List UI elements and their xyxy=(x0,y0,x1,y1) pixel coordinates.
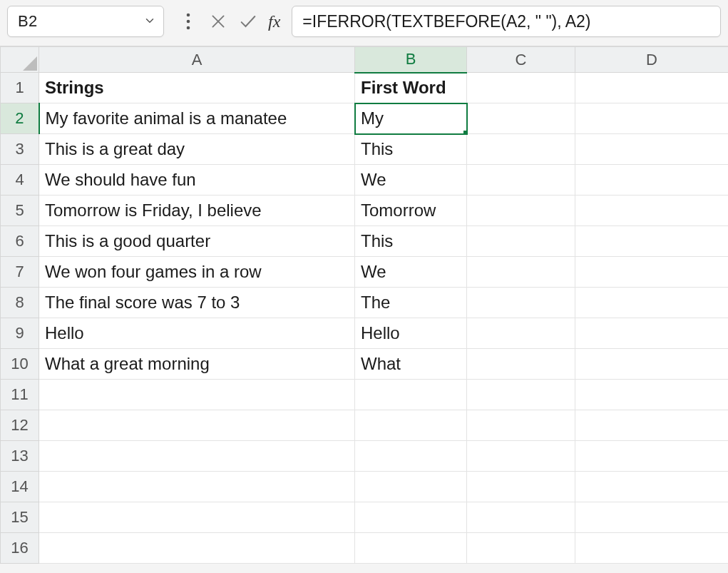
row-header-1[interactable]: 1 xyxy=(1,73,39,103)
row-header-7[interactable]: 7 xyxy=(1,257,39,288)
cell-C13[interactable] xyxy=(467,441,575,472)
column-header-C[interactable]: C xyxy=(467,47,575,73)
cell-C7[interactable] xyxy=(467,257,575,288)
cell-D6[interactable] xyxy=(575,226,729,257)
cell-D10[interactable] xyxy=(575,349,729,380)
cell-D3[interactable] xyxy=(575,134,729,165)
name-box-value: B2 xyxy=(18,12,143,31)
cell-D9[interactable] xyxy=(575,318,729,349)
cell-D5[interactable] xyxy=(575,196,729,226)
column-header-B[interactable]: B xyxy=(355,47,467,73)
cell-D1[interactable] xyxy=(575,73,729,103)
cell-B10[interactable]: What xyxy=(355,349,467,380)
cell-A16[interactable] xyxy=(39,533,355,564)
cell-A13[interactable] xyxy=(39,441,355,472)
cell-B16[interactable] xyxy=(355,533,467,564)
cell-A3[interactable]: This is a great day xyxy=(39,134,355,165)
cell-D11[interactable] xyxy=(575,380,729,410)
cell-B5[interactable]: Tomorrow xyxy=(355,196,467,226)
row-header-14[interactable]: 14 xyxy=(1,472,39,502)
spreadsheet-grid[interactable]: ABCD 1StringsFirst Word2My favorite anim… xyxy=(0,46,728,564)
row-header-9[interactable]: 9 xyxy=(1,318,39,349)
cell-B15[interactable] xyxy=(355,502,467,533)
cell-D2[interactable] xyxy=(575,103,729,134)
formula-text: =IFERROR(TEXTBEFORE(A2, " "), A2) xyxy=(302,12,590,31)
cell-B1[interactable]: First Word xyxy=(355,73,467,103)
cell-A1[interactable]: Strings xyxy=(39,73,355,103)
cell-B14[interactable] xyxy=(355,472,467,502)
cell-D15[interactable] xyxy=(575,502,729,533)
formula-input[interactable]: =IFERROR(TEXTBEFORE(A2, " "), A2) xyxy=(292,6,721,37)
more-options-icon[interactable] xyxy=(177,6,200,37)
cell-A7[interactable]: We won four games in a row xyxy=(39,257,355,288)
cell-C9[interactable] xyxy=(467,318,575,349)
fill-handle[interactable] xyxy=(463,130,467,134)
cell-D7[interactable] xyxy=(575,257,729,288)
cell-A5[interactable]: Tomorrow is Friday, I believe xyxy=(39,196,355,226)
cell-C3[interactable] xyxy=(467,134,575,165)
row-header-5[interactable]: 5 xyxy=(1,196,39,226)
name-box[interactable]: B2 xyxy=(7,6,164,37)
cell-D4[interactable] xyxy=(575,165,729,196)
cell-B4[interactable]: We xyxy=(355,165,467,196)
cell-C12[interactable] xyxy=(467,410,575,441)
row-header-16[interactable]: 16 xyxy=(1,533,39,564)
cell-C10[interactable] xyxy=(467,349,575,380)
row-header-13[interactable]: 13 xyxy=(1,441,39,472)
cell-C6[interactable] xyxy=(467,226,575,257)
cell-C11[interactable] xyxy=(467,380,575,410)
cell-A11[interactable] xyxy=(39,380,355,410)
row-header-8[interactable]: 8 xyxy=(1,288,39,318)
cancel-icon[interactable] xyxy=(207,6,230,37)
svg-point-1 xyxy=(187,20,190,24)
column-header-D[interactable]: D xyxy=(575,47,729,73)
formula-bar: B2 fx =IFERROR(TEXTBEFORE(A2, " "), A2) xyxy=(0,0,728,46)
cell-B6[interactable]: This xyxy=(355,226,467,257)
cell-D12[interactable] xyxy=(575,410,729,441)
cell-A14[interactable] xyxy=(39,472,355,502)
cell-D13[interactable] xyxy=(575,441,729,472)
row-header-4[interactable]: 4 xyxy=(1,165,39,196)
cell-A10[interactable]: What a great morning xyxy=(39,349,355,380)
cell-C8[interactable] xyxy=(467,288,575,318)
cell-A12[interactable] xyxy=(39,410,355,441)
cell-D8[interactable] xyxy=(575,288,729,318)
row-header-2[interactable]: 2 xyxy=(1,103,39,134)
cell-C5[interactable] xyxy=(467,196,575,226)
cell-C15[interactable] xyxy=(467,502,575,533)
cell-B12[interactable] xyxy=(355,410,467,441)
cell-A2[interactable]: My favorite animal is a manatee xyxy=(39,103,355,134)
cell-A4[interactable]: We should have fun xyxy=(39,165,355,196)
column-header-A[interactable]: A xyxy=(39,47,355,73)
row-header-12[interactable]: 12 xyxy=(1,410,39,441)
select-all-cell[interactable] xyxy=(1,47,39,73)
cell-B7[interactable]: We xyxy=(355,257,467,288)
cell-D16[interactable] xyxy=(575,533,729,564)
cell-B2[interactable]: My xyxy=(355,103,467,134)
chevron-down-icon[interactable] xyxy=(143,14,156,29)
cell-C14[interactable] xyxy=(467,472,575,502)
cell-B13[interactable] xyxy=(355,441,467,472)
svg-point-2 xyxy=(187,26,190,30)
cell-C1[interactable] xyxy=(467,73,575,103)
cell-B9[interactable]: Hello xyxy=(355,318,467,349)
cell-C16[interactable] xyxy=(467,533,575,564)
enter-icon[interactable] xyxy=(237,6,260,37)
svg-point-0 xyxy=(187,14,190,17)
row-header-10[interactable]: 10 xyxy=(1,349,39,380)
cell-D14[interactable] xyxy=(575,472,729,502)
cell-A9[interactable]: Hello xyxy=(39,318,355,349)
cell-B3[interactable]: This xyxy=(355,134,467,165)
row-header-3[interactable]: 3 xyxy=(1,134,39,165)
row-header-6[interactable]: 6 xyxy=(1,226,39,257)
cell-C4[interactable] xyxy=(467,165,575,196)
cell-C2[interactable] xyxy=(467,103,575,134)
cell-A8[interactable]: The final score was 7 to 3 xyxy=(39,288,355,318)
cell-A6[interactable]: This is a good quarter xyxy=(39,226,355,257)
cell-B8[interactable]: The xyxy=(355,288,467,318)
cell-A15[interactable] xyxy=(39,502,355,533)
row-header-11[interactable]: 11 xyxy=(1,380,39,410)
cell-B11[interactable] xyxy=(355,380,467,410)
row-header-15[interactable]: 15 xyxy=(1,502,39,533)
fx-icon[interactable]: fx xyxy=(267,6,282,37)
